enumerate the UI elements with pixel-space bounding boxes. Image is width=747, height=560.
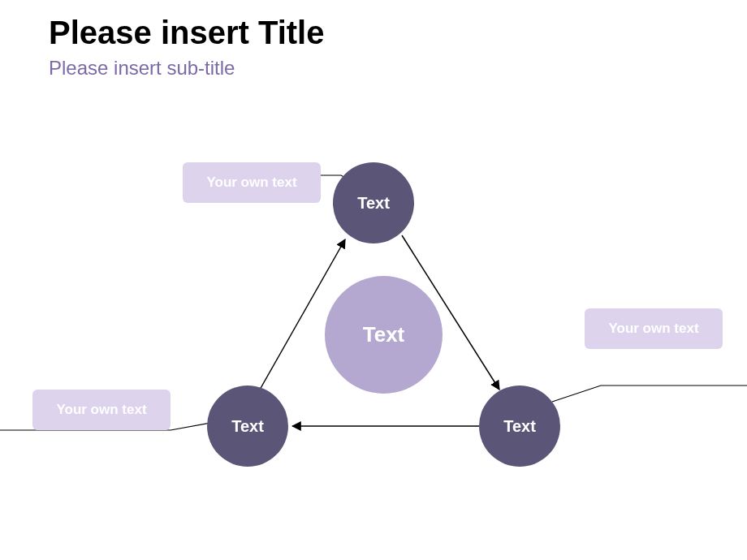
callout-top: Your own text xyxy=(183,162,321,203)
page-subtitle: Please insert sub-title xyxy=(49,57,235,80)
page-title: Please insert Title xyxy=(49,15,324,51)
callout-left: Your own text xyxy=(32,390,171,430)
callout-right: Your own text xyxy=(585,308,723,349)
node-left: Text xyxy=(207,386,288,467)
diagram-stage: Please insert Title Please insert sub-ti… xyxy=(0,0,747,560)
node-top: Text xyxy=(333,162,414,243)
node-right: Text xyxy=(479,386,560,467)
center-node: Text xyxy=(325,276,443,394)
